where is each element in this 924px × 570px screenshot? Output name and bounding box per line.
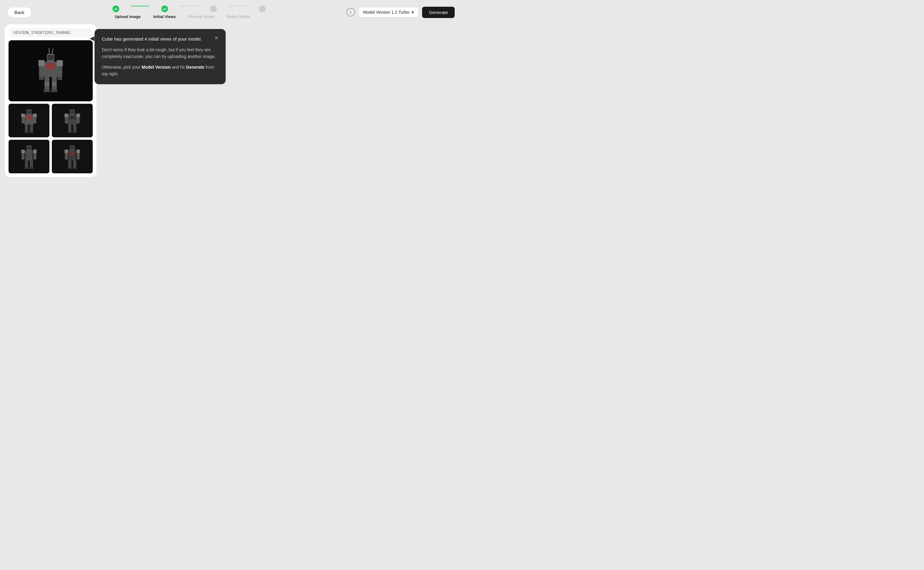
session-id: SESSION_1702872203_7649062 bbox=[9, 28, 93, 37]
tooltip-p2-prefix: Otherwise, pick your bbox=[102, 65, 142, 70]
back-button[interactable]: Back bbox=[7, 7, 31, 18]
main-image-canvas bbox=[9, 40, 93, 101]
sidebar-panel: SESSION_1702872203_7649062 bbox=[5, 25, 96, 177]
thumbnail-3[interactable] bbox=[9, 140, 49, 173]
step-circle-preview bbox=[210, 6, 217, 12]
step-label-upload: Upload Image bbox=[115, 14, 141, 19]
main-image bbox=[9, 40, 93, 101]
tooltip-header: Cube has generated 4 initial views of yo… bbox=[102, 36, 218, 42]
info-button[interactable]: ℹ bbox=[347, 8, 355, 17]
header-right: ℹ Model Version 1.2 Turbo ▾ Generate bbox=[347, 7, 455, 18]
tooltip-p2-bold1: Model Version bbox=[142, 65, 171, 70]
connector-1 bbox=[131, 6, 150, 6]
generate-button[interactable]: Generate bbox=[422, 7, 455, 18]
tooltip-title: Cube has generated 4 initial views of yo… bbox=[102, 36, 202, 42]
step-label-preview: Preview Model bbox=[188, 14, 214, 19]
tooltip-p2-bold2: Generate bbox=[186, 65, 204, 70]
tooltip-paragraph-2: Otherwise, pick your Model Version and h… bbox=[102, 64, 218, 78]
step-preview-model bbox=[198, 6, 229, 12]
thumbnail-1[interactable] bbox=[9, 104, 49, 137]
tooltip-close-button[interactable]: ✕ bbox=[214, 36, 218, 41]
step-circle-initial bbox=[161, 6, 168, 12]
step-upload-image bbox=[101, 6, 131, 12]
thumbnail-4[interactable] bbox=[52, 140, 93, 173]
version-select[interactable]: Model Version 1.2 Turbo ▾ bbox=[359, 7, 419, 17]
tooltip-paragraph-1: Don't worry if they look a bit rough, bu… bbox=[102, 46, 218, 60]
step-label-refine: Refine Model bbox=[227, 14, 250, 19]
thumbnail-2[interactable] bbox=[52, 104, 93, 137]
thumbnail-grid bbox=[9, 104, 93, 173]
connector-2 bbox=[180, 6, 198, 6]
version-label: Model Version 1.2 Turbo bbox=[363, 10, 409, 15]
main-content: SESSION_1702872203_7649062 Cube has gene… bbox=[0, 25, 462, 177]
tooltip-p2-middle: and hit bbox=[171, 65, 186, 70]
step-label-initial: Initial Views bbox=[153, 14, 176, 19]
step-initial-views bbox=[150, 6, 180, 12]
step-circle-upload bbox=[113, 6, 119, 12]
tooltip-body: Don't worry if they look a bit rough, bu… bbox=[102, 46, 218, 78]
header: Back bbox=[0, 0, 462, 25]
connector-3 bbox=[229, 6, 247, 6]
stepper: Upload Image Initial Views Preview Model… bbox=[101, 6, 278, 19]
step-refine-model bbox=[247, 6, 278, 12]
chevron-down-icon: ▾ bbox=[412, 10, 414, 15]
tooltip-popup: Cube has generated 4 initial views of yo… bbox=[95, 29, 226, 84]
step-circle-refine bbox=[259, 6, 266, 12]
